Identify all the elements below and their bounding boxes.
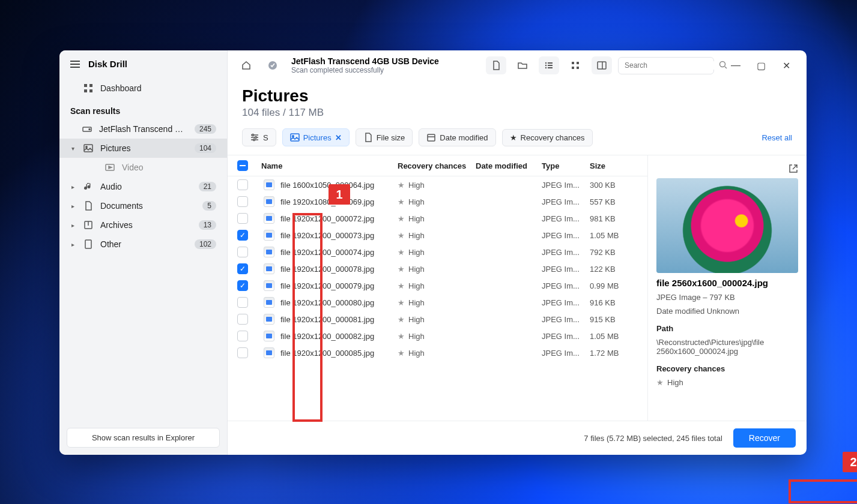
- svg-rect-19: [572, 62, 574, 64]
- row-checkbox[interactable]: [237, 213, 248, 224]
- table-row[interactable]: file 1920x1200_000079.jpg★HighJPEG Im...…: [228, 277, 647, 294]
- titlebar: JetFlash Transcend 4GB USB Device Scan c…: [228, 50, 807, 80]
- sidebar-item-video[interactable]: Video: [59, 158, 227, 177]
- sidebar-item-label: Audio: [100, 182, 192, 191]
- document-icon: [83, 201, 93, 211]
- home-button[interactable]: [236, 56, 256, 74]
- sidebar-item-other[interactable]: ▸Other102: [59, 235, 227, 254]
- sidebar-badge: 104: [195, 143, 216, 153]
- remove-filter-icon[interactable]: ✕: [335, 133, 342, 142]
- table-row[interactable]: file 1920x1200_000074.jpg★HighJPEG Im...…: [228, 244, 647, 260]
- table-row[interactable]: file 1920x1200_000081.jpg★HighJPEG Im...…: [228, 311, 647, 328]
- open-external-icon[interactable]: [789, 164, 798, 176]
- svg-point-7: [86, 146, 87, 148]
- selection-summary: 7 files (5.72 MB) selected, 245 files to…: [584, 434, 722, 443]
- row-checkbox[interactable]: [237, 247, 248, 257]
- table-row[interactable]: file 1920x1080_000069.jpg★HighJPEG Im...…: [228, 193, 647, 210]
- sidebar-item-label: JetFlash Transcend 4GB...: [99, 124, 187, 134]
- svg-rect-22: [577, 67, 579, 69]
- file-view-icon[interactable]: [486, 56, 506, 74]
- file-size: 1.05 MB: [590, 332, 638, 341]
- file-size: 916 KB: [590, 298, 638, 307]
- row-checkbox[interactable]: [237, 280, 248, 291]
- close-button[interactable]: ✕: [774, 56, 798, 74]
- sidebar-item-label: Pictures: [100, 143, 187, 153]
- maximize-button[interactable]: ▢: [749, 56, 773, 74]
- file-size: 792 KB: [590, 248, 638, 257]
- row-checkbox[interactable]: [237, 196, 248, 207]
- sidebar-item-drive[interactable]: JetFlash Transcend 4GB... 245: [59, 119, 227, 139]
- row-checkbox[interactable]: [237, 297, 248, 308]
- svg-point-30: [252, 134, 254, 136]
- preview-rc-value: High: [667, 378, 683, 387]
- row-checkbox[interactable]: [237, 179, 248, 190]
- grid-icon: [83, 83, 93, 93]
- sidebar-item-archives[interactable]: ▸Archives13: [59, 215, 227, 235]
- list-view-icon[interactable]: [539, 56, 559, 74]
- drive-icon: [82, 124, 92, 134]
- preview-thumbnail: [656, 178, 798, 273]
- table-row[interactable]: file 1920x1200_000082.jpg★HighJPEG Im...…: [228, 328, 647, 344]
- filesize-filter-chip[interactable]: File size: [356, 128, 413, 146]
- file-name: file 1600x1050_000064.jpg: [280, 181, 374, 190]
- file-type: JPEG Im...: [542, 231, 590, 240]
- minimize-button[interactable]: —: [724, 56, 748, 74]
- row-checkbox[interactable]: [237, 263, 248, 274]
- row-checkbox[interactable]: [237, 230, 248, 241]
- sidebar-item-label: Video: [122, 163, 216, 172]
- select-all-checkbox[interactable]: [237, 160, 248, 171]
- svg-rect-6: [84, 145, 92, 152]
- svg-rect-1: [89, 84, 92, 87]
- file-icon: [264, 230, 274, 241]
- column-header-name[interactable]: Name: [261, 161, 398, 170]
- sidebar-item-documents[interactable]: ▸Documents5: [59, 196, 227, 215]
- show-in-explorer-button[interactable]: Show scan results in Explorer: [67, 428, 220, 448]
- file-type: JPEG Im...: [542, 281, 590, 290]
- file-name: file 1920x1200_000078.jpg: [280, 265, 374, 274]
- svg-point-31: [255, 137, 257, 139]
- recovery-chance: High: [408, 315, 425, 324]
- table-row[interactable]: file 1920x1200_000073.jpg★HighJPEG Im...…: [228, 227, 647, 244]
- column-header-size[interactable]: Size: [590, 161, 638, 170]
- hamburger-icon[interactable]: [70, 61, 80, 68]
- reset-filters-link[interactable]: Reset all: [762, 133, 792, 142]
- table-row[interactable]: file 1920x1200_000072.jpg★HighJPEG Im...…: [228, 210, 647, 227]
- sidebar-item-label: Dashboard: [100, 83, 216, 93]
- column-header-date[interactable]: Date modified: [476, 161, 542, 170]
- row-checkbox[interactable]: [237, 314, 248, 325]
- sidebar-item-pictures[interactable]: ▾Pictures104: [59, 139, 227, 158]
- recovery-filter-chip[interactable]: ★ Recovery chances: [502, 129, 593, 146]
- row-checkbox[interactable]: [237, 331, 248, 341]
- svg-rect-3: [89, 89, 92, 92]
- column-header-recovery[interactable]: Recovery chances: [398, 161, 476, 170]
- file-name: file 1920x1200_000079.jpg: [280, 281, 374, 290]
- date-filter-chip[interactable]: Date modified: [419, 128, 495, 146]
- star-icon: ★: [656, 378, 664, 387]
- search-box[interactable]: [618, 57, 714, 74]
- row-checkbox[interactable]: [237, 347, 248, 358]
- file-size: 1.05 MB: [590, 231, 638, 240]
- table-row[interactable]: file 1600x1050_000064.jpg★HighJPEG Im...…: [228, 176, 647, 193]
- chevron-icon: ▸: [71, 222, 76, 229]
- table-row[interactable]: file 1920x1200_000085.jpg★HighJPEG Im...…: [228, 344, 647, 361]
- sort-filter-chip[interactable]: S: [242, 128, 276, 146]
- sidebar-item-audio[interactable]: ▸Audio21: [59, 177, 227, 196]
- star-icon: ★: [398, 315, 405, 324]
- sidebar-item-label: Documents: [100, 201, 195, 211]
- file-name: file 1920x1200_000081.jpg: [280, 315, 374, 324]
- preview-path: \Reconstructed\Pictures\jpg\file 2560x16…: [656, 338, 798, 356]
- table-row[interactable]: file 1920x1200_000080.jpg★HighJPEG Im...…: [228, 294, 647, 311]
- column-header-type[interactable]: Type: [542, 161, 590, 170]
- chevron-icon: ▸: [71, 203, 76, 209]
- folder-view-icon[interactable]: [512, 56, 533, 74]
- search-input[interactable]: [625, 61, 715, 70]
- chevron-icon: ▾: [71, 145, 76, 152]
- pictures-filter-chip[interactable]: Pictures ✕: [282, 128, 350, 146]
- table-row[interactable]: file 1920x1200_000078.jpg★HighJPEG Im...…: [228, 260, 647, 277]
- grid-view-icon[interactable]: [565, 56, 586, 74]
- split-view-icon[interactable]: [592, 56, 612, 74]
- recover-button[interactable]: Recover: [733, 428, 796, 448]
- audio-icon: [83, 182, 93, 191]
- sidebar-item-dashboard[interactable]: Dashboard: [59, 79, 227, 98]
- file-size: 557 KB: [590, 197, 638, 206]
